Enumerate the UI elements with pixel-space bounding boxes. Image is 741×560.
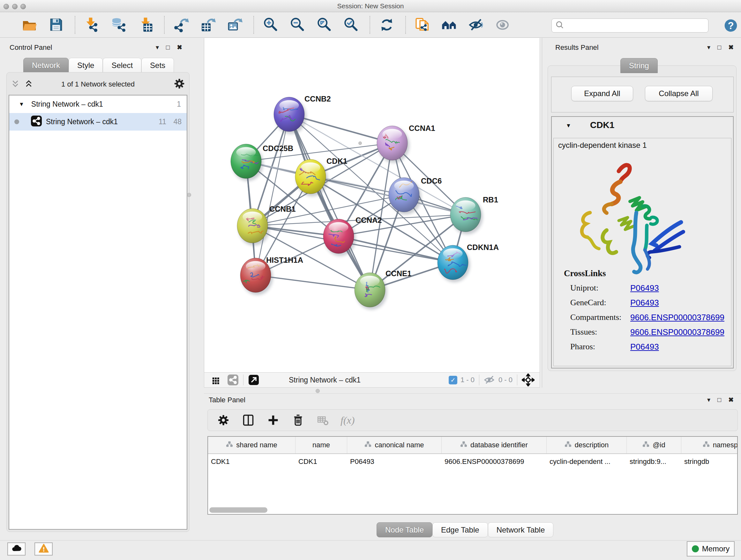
network-edge[interactable] (256, 114, 289, 275)
network-node-cdc6[interactable]: CDC6 (389, 177, 442, 214)
cloud-button[interactable] (7, 543, 25, 556)
show-columns-icon[interactable] (241, 413, 256, 428)
network-node-rb1[interactable]: RB1 (450, 195, 498, 234)
network-canvas[interactable]: CCNB2CCNA1CDC25BCDK1CDC6RB1CCNB1CCNA2CDK… (204, 38, 540, 372)
maximize-panel-icon[interactable]: □ (718, 396, 721, 403)
refresh-layout-icon[interactable] (379, 17, 395, 33)
string-network-graph: CCNB2CCNA1CDC25BCDK1CDC6RB1CCNB1CCNA2CDK… (204, 38, 540, 372)
save-session-icon[interactable] (48, 17, 64, 33)
collection-expander-icon[interactable]: ▼ (19, 101, 24, 108)
column-header-canonical-name[interactable]: canonical name (347, 437, 442, 453)
memory-button[interactable]: Memory (687, 541, 735, 557)
network-list: ▼ String Network – cdk1 1 String Network… (9, 95, 187, 530)
network-collection-row[interactable]: ▼ String Network – cdk1 1 (9, 96, 187, 113)
table-header-row: shared namenamecanonical namedatabase id… (208, 437, 737, 454)
column-header--id[interactable]: @id (627, 437, 681, 453)
network-node-ccnb2[interactable]: CCNB2 (274, 95, 331, 134)
selected-checkbox[interactable]: ✓ (449, 376, 457, 384)
tab-network-table[interactable]: Network Table (488, 522, 554, 537)
crosslink-link[interactable]: P06493 (630, 298, 659, 307)
tab-node-table[interactable]: Node Table (377, 522, 432, 537)
tab-sets[interactable]: Sets (141, 58, 174, 73)
column-header-name[interactable]: name (295, 437, 347, 453)
tab-edge-table[interactable]: Edge Table (432, 522, 488, 537)
tab-style[interactable]: Style (69, 58, 103, 73)
tab-string[interactable]: String (620, 58, 658, 73)
search-field[interactable] (551, 18, 709, 33)
column-header-database-identifier[interactable]: database identifier (442, 437, 547, 453)
cell--id[interactable]: stringdb:9... (627, 457, 681, 466)
tab-select[interactable]: Select (103, 58, 141, 73)
close-panel-icon[interactable]: ✖ (728, 396, 734, 403)
network-node-ccna2[interactable]: CCNA2 (323, 216, 382, 256)
zoom-selected-icon[interactable] (343, 17, 359, 33)
splitter-dot[interactable] (187, 193, 191, 197)
float-panel-icon[interactable]: ▾ (156, 44, 159, 51)
column-header-shared-name[interactable]: shared name (208, 437, 295, 453)
close-panel-icon[interactable]: ✖ (177, 44, 182, 51)
crosslink-link[interactable]: P06493 (630, 342, 659, 352)
network-node-cdkn1a[interactable]: CDKN1A (437, 243, 499, 282)
tab-network[interactable]: Network (23, 58, 69, 73)
node-label-cdc6: CDC6 (421, 177, 442, 185)
zoom-out-icon[interactable] (289, 17, 306, 33)
clone-network-icon[interactable] (414, 17, 431, 33)
network-node-hist1h1a[interactable]: HIST1H1A (240, 256, 303, 295)
expand-all-button[interactable]: Expand All (571, 86, 633, 101)
export-table-icon[interactable] (200, 17, 216, 33)
warning-button[interactable] (35, 543, 53, 556)
float-panel-icon[interactable]: ▾ (707, 396, 711, 403)
network-node-ccne1[interactable]: CCNE1 (354, 269, 411, 310)
delete-columns-icon[interactable] (291, 413, 306, 428)
grid-view-icon[interactable] (211, 374, 222, 385)
float-panel-icon[interactable]: ▾ (707, 44, 711, 51)
search-input[interactable] (567, 21, 704, 30)
show-all-icon[interactable] (495, 17, 511, 33)
maximize-panel-icon[interactable]: □ (166, 44, 170, 51)
network-current-dot (14, 119, 19, 124)
network-share-icon[interactable] (227, 374, 239, 386)
cell-name[interactable]: CDK1 (295, 457, 347, 466)
network-node-cdc25b[interactable]: CDC25B (231, 144, 293, 181)
houses-icon[interactable] (441, 17, 458, 33)
help-icon[interactable]: ? (723, 18, 738, 35)
table-row[interactable]: CDK1CDK1P064939606.ENSP00000378699cyclin… (208, 454, 737, 469)
maximize-panel-icon[interactable]: □ (718, 44, 721, 51)
network-panel-gear-icon[interactable] (173, 78, 185, 91)
cell-shared-name[interactable]: CDK1 (208, 457, 295, 466)
network-icon (30, 115, 42, 129)
function-builder-icon: f(x) (340, 415, 354, 426)
splitter-dot[interactable] (316, 389, 320, 393)
move-crosshair-icon[interactable] (522, 374, 535, 386)
import-table-icon[interactable] (137, 17, 154, 33)
network-node-ccnb1[interactable]: CCNB1 (237, 205, 296, 246)
network-row[interactable]: String Network – cdk1 11 48 (9, 113, 187, 131)
export-image-icon[interactable] (226, 17, 243, 33)
open-session-icon[interactable] (21, 17, 38, 33)
column-header-description[interactable]: description (547, 437, 627, 453)
crosslink-link[interactable]: 9606.ENSP00000378699 (630, 327, 724, 337)
table-settings-gear-icon[interactable] (216, 413, 231, 428)
horizontal-scrollbar[interactable] (209, 507, 267, 513)
hide-selected-icon[interactable] (468, 17, 484, 33)
column-header-namespace[interactable]: namespace (681, 437, 738, 453)
import-network-icon[interactable] (84, 17, 100, 33)
network-node-cdk1[interactable]: CDK1 (295, 157, 347, 196)
create-column-icon[interactable] (266, 413, 280, 428)
cell-description[interactable]: cyclin-dependent ... (547, 457, 627, 466)
cell-namespace[interactable]: stringdb (681, 457, 738, 466)
import-network-database-icon[interactable] (111, 17, 127, 33)
gene-expander-icon[interactable]: ▼ (566, 123, 571, 129)
close-panel-icon[interactable]: ✖ (728, 44, 734, 51)
open-in-window-icon[interactable] (248, 374, 259, 386)
crosslink-link[interactable]: P06493 (630, 283, 659, 293)
zoom-fit-icon[interactable] (316, 17, 333, 33)
collapse-all-button[interactable]: Collapse All (645, 86, 713, 101)
cell-database-identifier[interactable]: 9606.ENSP00000378699 (442, 457, 547, 466)
zoom-in-icon[interactable] (262, 17, 279, 33)
export-network-icon[interactable] (173, 17, 190, 33)
crosslink-link[interactable]: 9606.ENSP00000378699 (630, 313, 724, 322)
hidden-eye-icon[interactable] (484, 374, 495, 386)
cell-canonical-name[interactable]: P06493 (347, 457, 442, 466)
splitter-dot[interactable] (358, 141, 362, 145)
